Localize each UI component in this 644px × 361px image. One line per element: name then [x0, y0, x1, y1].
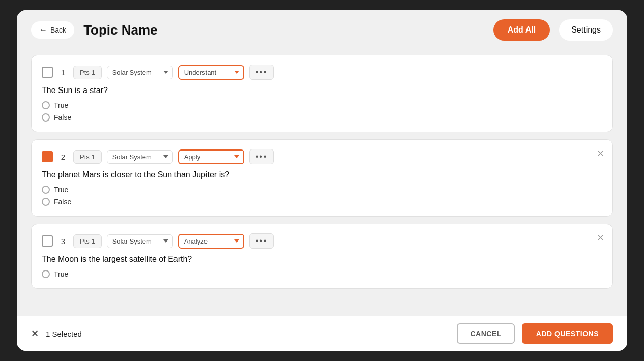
- more-icon-3: •••: [256, 236, 268, 246]
- card-toolbar-2: 2 Pts 1 Solar System Apply Understant An…: [42, 149, 602, 164]
- topic-select-3[interactable]: Solar System: [107, 234, 173, 248]
- option-label-true-1: True: [54, 101, 68, 109]
- cancel-button[interactable]: CANCEL: [457, 323, 514, 344]
- more-button-3[interactable]: •••: [249, 233, 274, 249]
- bloom-select-1[interactable]: Understant Apply Analyze: [178, 65, 244, 80]
- card-toolbar-3: 3 Pts 1 Solar System Analyze Understant …: [42, 233, 602, 249]
- pts-badge-3: Pts 1: [73, 234, 102, 248]
- question-card-1: 1 Pts 1 Solar System Understant Apply An…: [31, 55, 613, 132]
- options-1: True False: [42, 101, 602, 122]
- option-label-true-3: True: [54, 270, 68, 278]
- main-window: ← Back Topic Name Add All Settings 1 Pts…: [17, 10, 627, 351]
- option-label-false-1: False: [54, 113, 71, 122]
- back-label: Back: [50, 26, 66, 34]
- more-icon-2: •••: [256, 152, 268, 161]
- question-text-1: The Sun is a star?: [42, 86, 602, 95]
- bloom-select-2[interactable]: Apply Understant Analyze: [178, 149, 244, 164]
- option-row-true-2: True: [42, 186, 602, 194]
- topic-select-1[interactable]: Solar System: [107, 66, 173, 79]
- option-label-false-2: False: [54, 198, 71, 206]
- add-all-button[interactable]: Add All: [493, 19, 550, 41]
- question-card-3: ✕ 3 Pts 1 Solar System Analyze Understan…: [31, 224, 613, 289]
- back-button[interactable]: ← Back: [31, 21, 74, 39]
- question-checkbox-3[interactable]: [42, 235, 53, 247]
- radio-true-3[interactable]: [42, 270, 50, 278]
- radio-true-2[interactable]: [42, 186, 50, 194]
- question-card-2: ✕ 2 Pts 1 Solar System Apply Understant …: [31, 139, 613, 217]
- close-button-3[interactable]: ✕: [597, 233, 604, 243]
- header: ← Back Topic Name Add All Settings: [17, 10, 627, 50]
- selected-count: 1 Selected: [46, 329, 450, 338]
- page-title: Topic Name: [83, 22, 484, 38]
- pts-badge-2: Pts 1: [73, 150, 102, 164]
- more-button-1[interactable]: •••: [249, 65, 274, 80]
- more-button-2[interactable]: •••: [249, 149, 274, 164]
- radio-true-1[interactable]: [42, 101, 50, 109]
- question-text-3: The Moon is the largest satellite of Ear…: [42, 255, 602, 264]
- deselect-button[interactable]: ✕: [31, 329, 39, 338]
- option-row-true-1: True: [42, 101, 602, 109]
- footer: ✕ 1 Selected CANCEL ADD QUESTIONS: [17, 316, 627, 351]
- more-icon-1: •••: [256, 68, 268, 77]
- question-number-2: 2: [58, 153, 68, 161]
- radio-false-2[interactable]: [42, 198, 50, 206]
- option-label-true-2: True: [54, 186, 68, 194]
- settings-button[interactable]: Settings: [559, 19, 613, 41]
- close-button-2[interactable]: ✕: [597, 149, 604, 158]
- question-checkbox-1[interactable]: [42, 67, 53, 78]
- radio-false-1[interactable]: [42, 113, 50, 122]
- questions-list: 1 Pts 1 Solar System Understant Apply An…: [17, 50, 627, 316]
- option-row-false-2: False: [42, 198, 602, 206]
- question-text-2: The planet Mars is closer to the Sun tha…: [42, 170, 602, 179]
- bloom-select-3[interactable]: Analyze Understant Apply: [178, 234, 244, 249]
- topic-select-2[interactable]: Solar System: [107, 150, 173, 164]
- option-row-true-3: True: [42, 270, 602, 278]
- question-number-1: 1: [58, 68, 68, 77]
- option-row-false-1: False: [42, 113, 602, 122]
- question-number-3: 3: [58, 237, 68, 246]
- options-3: True: [42, 270, 602, 278]
- add-questions-button[interactable]: ADD QUESTIONS: [522, 323, 613, 344]
- question-checkbox-2[interactable]: [42, 151, 53, 162]
- card-toolbar-1: 1 Pts 1 Solar System Understant Apply An…: [42, 65, 602, 80]
- back-icon: ←: [39, 25, 47, 35]
- pts-badge-1: Pts 1: [73, 66, 102, 79]
- options-2: True False: [42, 186, 602, 206]
